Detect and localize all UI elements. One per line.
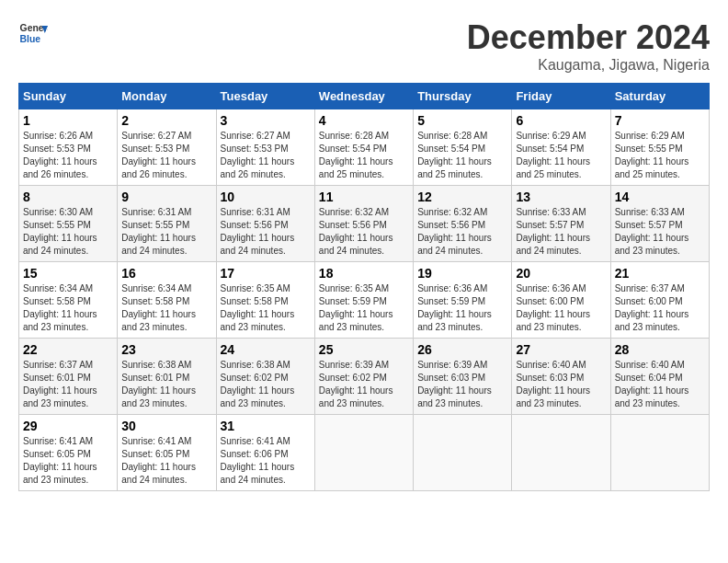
day-info: Sunrise: 6:39 AM Sunset: 6:02 PM Dayligh… [319,359,409,410]
calendar-cell: 14 Sunrise: 6:33 AM Sunset: 5:57 PM Dayl… [610,186,709,262]
day-info: Sunrise: 6:32 AM Sunset: 5:56 PM Dayligh… [319,206,409,258]
day-info: Sunrise: 6:41 AM Sunset: 6:06 PM Dayligh… [221,435,311,487]
day-number: 6 [516,113,606,128]
logo: General Blue [18,18,48,48]
day-number: 2 [121,113,211,128]
day-number: 15 [23,266,113,281]
weekday-header: Sunday [19,84,118,109]
day-number: 4 [319,113,409,128]
calendar-cell: 6 Sunrise: 6:29 AM Sunset: 5:54 PM Dayli… [512,109,610,186]
day-info: Sunrise: 6:35 AM Sunset: 5:59 PM Dayligh… [319,282,409,334]
calendar-cell: 18 Sunrise: 6:35 AM Sunset: 5:59 PM Dayl… [314,262,413,339]
day-info: Sunrise: 6:35 AM Sunset: 5:58 PM Dayligh… [221,282,311,334]
day-info: Sunrise: 6:34 AM Sunset: 5:58 PM Dayligh… [121,282,211,334]
calendar-title: December 2024 [467,18,710,57]
calendar-cell: 24 Sunrise: 6:38 AM Sunset: 6:02 PM Dayl… [216,339,314,415]
calendar-week-row: 1 Sunrise: 6:26 AM Sunset: 5:53 PM Dayli… [19,109,710,186]
day-number: 19 [417,266,507,281]
day-info: Sunrise: 6:40 AM Sunset: 6:03 PM Dayligh… [516,359,606,410]
calendar-cell: 17 Sunrise: 6:35 AM Sunset: 5:58 PM Dayl… [216,262,314,339]
day-info: Sunrise: 6:40 AM Sunset: 6:04 PM Dayligh… [615,359,705,410]
calendar-cell: 13 Sunrise: 6:33 AM Sunset: 5:57 PM Dayl… [512,186,610,262]
day-info: Sunrise: 6:32 AM Sunset: 5:56 PM Dayligh… [417,206,507,258]
day-number: 26 [417,342,507,357]
calendar-cell: 19 Sunrise: 6:36 AM Sunset: 5:59 PM Dayl… [414,262,512,339]
day-info: Sunrise: 6:33 AM Sunset: 5:57 PM Dayligh… [516,206,606,258]
calendar-cell [414,415,512,491]
day-info: Sunrise: 6:41 AM Sunset: 6:05 PM Dayligh… [23,435,113,487]
svg-text:Blue: Blue [20,34,41,44]
day-info: Sunrise: 6:38 AM Sunset: 6:02 PM Dayligh… [221,359,311,410]
day-info: Sunrise: 6:36 AM Sunset: 6:00 PM Dayligh… [516,282,606,334]
calendar-cell: 26 Sunrise: 6:39 AM Sunset: 6:03 PM Dayl… [414,339,512,415]
day-number: 7 [615,113,705,128]
page-header: General Blue December 2024 Kaugama, Jiga… [18,18,710,74]
calendar-cell: 10 Sunrise: 6:31 AM Sunset: 5:56 PM Dayl… [216,186,314,262]
day-info: Sunrise: 6:38 AM Sunset: 6:01 PM Dayligh… [121,359,211,410]
day-number: 21 [615,266,705,281]
weekday-header: Saturday [610,84,709,109]
day-number: 28 [615,342,705,357]
day-info: Sunrise: 6:39 AM Sunset: 6:03 PM Dayligh… [417,359,507,410]
day-number: 3 [221,113,311,128]
day-number: 11 [319,190,409,204]
day-number: 22 [23,342,113,357]
calendar-week-row: 15 Sunrise: 6:34 AM Sunset: 5:58 PM Dayl… [19,262,710,339]
day-info: Sunrise: 6:29 AM Sunset: 5:55 PM Dayligh… [615,130,705,181]
calendar-cell: 30 Sunrise: 6:41 AM Sunset: 6:05 PM Dayl… [118,415,216,491]
logo-icon: General Blue [18,18,48,48]
day-number: 16 [121,266,211,281]
day-number: 30 [121,419,211,433]
day-info: Sunrise: 6:31 AM Sunset: 5:55 PM Dayligh… [121,206,211,258]
calendar-cell: 22 Sunrise: 6:37 AM Sunset: 6:01 PM Dayl… [19,339,118,415]
day-info: Sunrise: 6:28 AM Sunset: 5:54 PM Dayligh… [417,130,507,181]
calendar-cell [314,415,413,491]
calendar-cell: 2 Sunrise: 6:27 AM Sunset: 5:53 PM Dayli… [118,109,216,186]
day-info: Sunrise: 6:31 AM Sunset: 5:56 PM Dayligh… [221,206,311,258]
day-number: 8 [23,190,113,204]
day-info: Sunrise: 6:34 AM Sunset: 5:58 PM Dayligh… [23,282,113,334]
day-number: 12 [417,190,507,204]
calendar-cell: 31 Sunrise: 6:41 AM Sunset: 6:06 PM Dayl… [216,415,314,491]
weekday-header: Monday [118,84,216,109]
day-info: Sunrise: 6:33 AM Sunset: 5:57 PM Dayligh… [615,206,705,258]
calendar-cell [512,415,610,491]
calendar-subtitle: Kaugama, Jigawa, Nigeria [467,57,710,74]
calendar-week-row: 22 Sunrise: 6:37 AM Sunset: 6:01 PM Dayl… [19,339,710,415]
calendar-cell: 16 Sunrise: 6:34 AM Sunset: 5:58 PM Dayl… [118,262,216,339]
day-info: Sunrise: 6:27 AM Sunset: 5:53 PM Dayligh… [221,130,311,181]
calendar-week-row: 8 Sunrise: 6:30 AM Sunset: 5:55 PM Dayli… [19,186,710,262]
calendar-cell: 8 Sunrise: 6:30 AM Sunset: 5:55 PM Dayli… [19,186,118,262]
day-info: Sunrise: 6:27 AM Sunset: 5:53 PM Dayligh… [121,130,211,181]
day-info: Sunrise: 6:41 AM Sunset: 6:05 PM Dayligh… [121,435,211,487]
calendar-cell: 23 Sunrise: 6:38 AM Sunset: 6:01 PM Dayl… [118,339,216,415]
calendar-cell: 3 Sunrise: 6:27 AM Sunset: 5:53 PM Dayli… [216,109,314,186]
day-info: Sunrise: 6:26 AM Sunset: 5:53 PM Dayligh… [23,130,113,181]
day-number: 18 [319,266,409,281]
calendar-week-row: 29 Sunrise: 6:41 AM Sunset: 6:05 PM Dayl… [19,415,710,491]
day-number: 27 [516,342,606,357]
weekday-header-row: SundayMondayTuesdayWednesdayThursdayFrid… [19,84,710,109]
calendar-cell: 25 Sunrise: 6:39 AM Sunset: 6:02 PM Dayl… [314,339,413,415]
day-number: 20 [516,266,606,281]
calendar-cell: 29 Sunrise: 6:41 AM Sunset: 6:05 PM Dayl… [19,415,118,491]
calendar-cell [610,415,709,491]
weekday-header: Wednesday [314,84,413,109]
weekday-header: Tuesday [216,84,314,109]
day-number: 23 [121,342,211,357]
calendar-cell: 4 Sunrise: 6:28 AM Sunset: 5:54 PM Dayli… [314,109,413,186]
calendar-cell: 20 Sunrise: 6:36 AM Sunset: 6:00 PM Dayl… [512,262,610,339]
day-number: 14 [615,190,705,204]
calendar-cell: 27 Sunrise: 6:40 AM Sunset: 6:03 PM Dayl… [512,339,610,415]
day-number: 13 [516,190,606,204]
calendar-cell: 1 Sunrise: 6:26 AM Sunset: 5:53 PM Dayli… [19,109,118,186]
calendar-cell: 11 Sunrise: 6:32 AM Sunset: 5:56 PM Dayl… [314,186,413,262]
day-info: Sunrise: 6:37 AM Sunset: 6:01 PM Dayligh… [23,359,113,410]
calendar-cell: 15 Sunrise: 6:34 AM Sunset: 5:58 PM Dayl… [19,262,118,339]
day-number: 9 [121,190,211,204]
day-info: Sunrise: 6:29 AM Sunset: 5:54 PM Dayligh… [516,130,606,181]
calendar-cell: 5 Sunrise: 6:28 AM Sunset: 5:54 PM Dayli… [414,109,512,186]
day-number: 17 [221,266,311,281]
day-number: 1 [23,113,113,128]
day-number: 31 [221,419,311,433]
